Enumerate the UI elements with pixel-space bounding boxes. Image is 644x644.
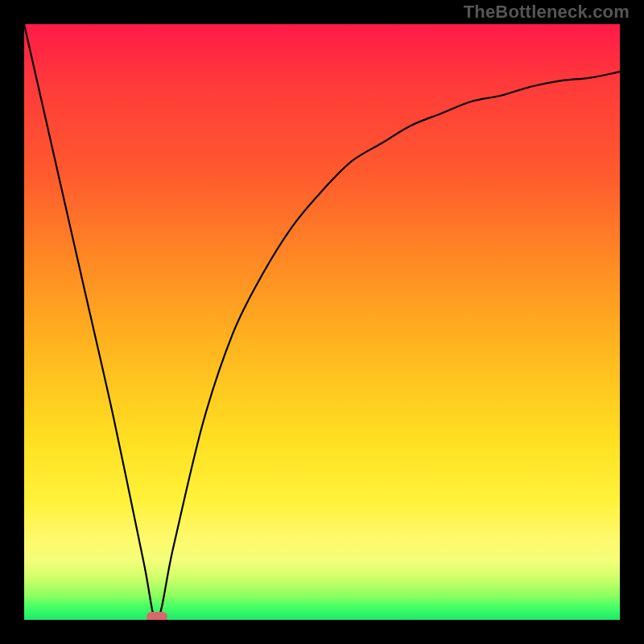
min-marker — [147, 612, 167, 620]
chart-frame: TheBottleneck.com — [0, 0, 644, 644]
bottleneck-curve — [24, 24, 620, 620]
plot-area — [24, 24, 620, 620]
watermark-text: TheBottleneck.com — [464, 2, 630, 23]
curve-layer — [24, 24, 620, 620]
